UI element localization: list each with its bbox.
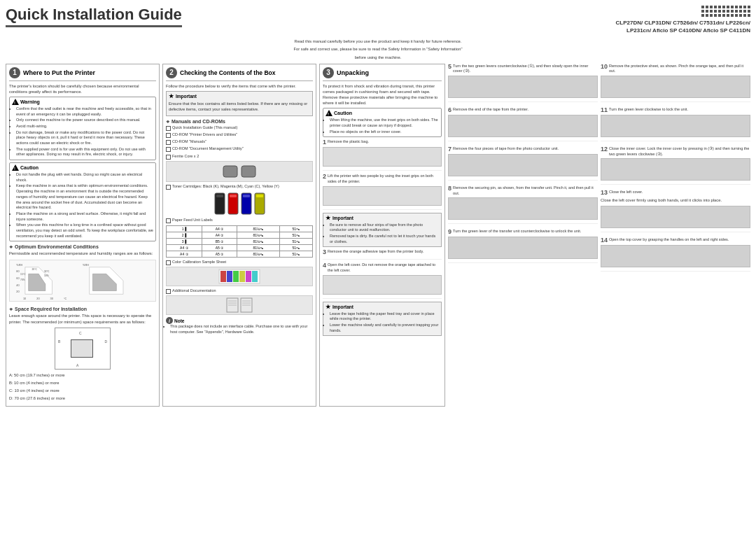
paper-feed-checkbox (166, 218, 171, 223)
step-5-img (448, 76, 598, 98)
svg-text:°C: °C (64, 298, 67, 301)
warning-list: Confirm that the wall outlet is near the… (12, 106, 153, 157)
svg-text:30: 30 (50, 298, 53, 301)
paper-feed-label: Paper Feed Unit Labels (172, 218, 213, 223)
step-13-img (601, 206, 750, 228)
svg-rect-19 (223, 166, 237, 177)
svg-rect-20 (241, 166, 255, 177)
ferrite-image (166, 161, 313, 182)
unpack-caution-item-1: When lifting the machine, use the inset … (330, 118, 439, 128)
unpack-step-2-img (323, 186, 442, 206)
step-14: 14 Open the top cover by grasping the ha… (601, 237, 750, 272)
step-7-img (448, 154, 598, 176)
note-item-1: This package does not include an interfa… (170, 324, 313, 335)
step-11-img (601, 115, 750, 137)
step-13: 13 Close the left cover. Close the left … (601, 190, 750, 232)
svg-text:80: 80 (16, 271, 19, 274)
steps-left-col: 5 Turn the two green levers counterclock… (448, 64, 598, 407)
header: Quick Installation Guide CLP27DN/ CLP31D… (6, 6, 750, 34)
section-3-title: 3 Unpacking (323, 67, 442, 81)
svg-rect-32 (233, 271, 239, 282)
section-2-box: 2 Checking the Contents of the Box Follo… (162, 64, 316, 407)
step-13-desc: Close the left cover firmly using both h… (601, 197, 750, 203)
step-8-img (448, 197, 598, 220)
svg-rect-35 (252, 271, 258, 282)
step-5: 5 Turn the two green levers counterclock… (448, 64, 598, 102)
section-2-number: 2 (166, 67, 177, 78)
reference-text-3: before using the machine. (6, 55, 750, 60)
checkbox-4 (166, 147, 171, 152)
important-title-3: ★ Important (326, 304, 439, 310)
svg-text:40: 40 (16, 284, 19, 287)
step-10: 10 Remove the protective sheet, as shown… (601, 64, 750, 102)
unpack-caution-box: Caution When lifting the machine, use th… (323, 108, 442, 137)
additional-doc-image (166, 295, 313, 315)
additional-doc-item: Additional Documentation (166, 288, 313, 294)
note-title-1: i Note (166, 317, 313, 324)
step-9: 9 Turn the green lever of the transfer u… (448, 229, 598, 263)
caution-title: Caution (12, 164, 153, 171)
note-list-1: This package does not include an interfa… (166, 324, 313, 335)
toner-image (166, 192, 313, 216)
warning-triangle-icon (12, 99, 19, 105)
important-text-1: Ensure that the box contains all items l… (169, 101, 310, 112)
space-text: Leave enough space around the printer. T… (9, 313, 156, 324)
step-11: 11 Turn the green lever clockwise to loc… (601, 107, 750, 141)
svg-text:20: 20 (16, 291, 19, 294)
note-icon-1: i (166, 317, 173, 324)
model-line1: CLP27DN/ CLP31DN/ C7526dn/ C7531dn/ LP22… (615, 19, 750, 27)
model-line2: LP231cn/ Aficio SP C410DN/ Aficio SP C41… (615, 27, 750, 34)
section-3-box: 3 Unpacking To protect it from shock and… (319, 64, 445, 407)
step-7: 7 Remove the four pieces of tape from th… (448, 146, 598, 181)
svg-text:15°C: 15°C (20, 274, 26, 276)
unpack-step-1: 1 Remove the plastic bag. (323, 139, 442, 171)
unpack-step-3: 3 Remove the orange adhesive tape from t… (323, 249, 442, 260)
steps-right-col: 10 Remove the protective sheet, as shown… (601, 64, 750, 407)
svg-text:54%: 54% (44, 275, 49, 278)
section-1-title: 1 Where to Put the Printer (9, 67, 156, 81)
caution-item-2: Keep the machine in an area that is with… (16, 183, 153, 210)
svg-text:32°C: 32°C (44, 271, 50, 274)
svg-text:60: 60 (16, 278, 19, 281)
checkbox-item-4: CD-ROM "Document Management Utility" (166, 146, 313, 152)
svg-rect-28 (256, 195, 263, 197)
header-right: CLP27DN/ CLP31DN/ C7526dn/ C7531dn/ LP22… (615, 6, 750, 34)
section-3-number: 3 (323, 67, 334, 78)
svg-rect-26 (243, 195, 250, 197)
checkbox-item-2: CD-ROM "Printer Drivers and Utilities" (166, 132, 313, 138)
title-area: Quick Installation Guide (6, 6, 182, 27)
step-8: 8 Remove the securing pin, as shown, fro… (448, 185, 598, 224)
important-item-3-2: Lower the machine slowly and carefully t… (330, 323, 439, 333)
color-cal-label: Color Calibration Sample Sheet (172, 260, 226, 265)
section1-intro: The printer's location should be careful… (9, 83, 156, 94)
caution-box: Caution Do not handle the plug with wet … (9, 162, 156, 241)
unpack-caution-list: When lifting the machine, use the inset … (326, 118, 439, 134)
warning-item-1: Confirm that the wall outlet is near the… (16, 106, 153, 117)
env-text: Permissible and recommended temperature … (9, 251, 156, 256)
unpack-caution-icon (326, 110, 332, 116)
toner-item: Toner Cartridges: Black (K), Magenta (M)… (166, 184, 313, 190)
warning-item-2: Only connect the machine to the power so… (16, 118, 153, 123)
caution-triangle-icon (12, 164, 19, 171)
env-subtitle: Optimum Environmental Conditions (9, 244, 156, 249)
star-icon: ★ (169, 93, 174, 99)
warning-box: Warning Confirm that the wall outlet is … (9, 97, 156, 160)
step-12: 12 Close the inner cover. Lock the inner… (601, 146, 750, 185)
reference-text-1: Read this manual carefully before you us… (6, 38, 750, 44)
section-1-number: 1 (9, 67, 20, 78)
page: Quick Installation Guide CLP27DN/ CLP31D… (0, 0, 756, 534)
right-columns: 5 Turn the two green levers counterclock… (448, 64, 750, 407)
star-icon-2: ★ (326, 215, 330, 221)
note-box-1: i Note This package does not include an … (166, 317, 313, 335)
paper-feed-table: 1▐A4 ①81¼×₂51×₂ 2▐A4 ①81¼×₂51×₂ 3▐B5 ①81… (166, 225, 313, 258)
checkbox-item-3: CD-ROM "Manuals" (166, 139, 313, 145)
temp-humidity-chart: %RH 80 60 40 20 10 20 30 °C 15°C 70% 20°… (9, 260, 156, 302)
important-item-3-1: Leave the tape holding the paper feed tr… (330, 311, 439, 322)
important-item-2-2: Removed tape is dirty. Be careful not to… (330, 234, 439, 244)
color-cal-item: Color Calibration Sample Sheet (166, 260, 313, 265)
unpack-step-4-img (323, 275, 442, 295)
space-subtitle: Space Required for Installation (9, 307, 156, 311)
unpack-step-2: 2 Lift the printer with two people by us… (323, 174, 442, 209)
caution-item-4: When you use this machine for a long tim… (16, 223, 153, 239)
reference-text-2: For safe and correct use, please be sure… (6, 46, 750, 52)
